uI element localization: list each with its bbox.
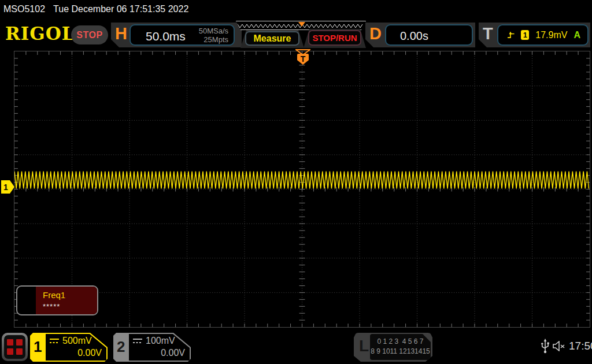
trigger-sweep-mode: A (574, 30, 580, 40)
horizontal-label: H (115, 24, 127, 43)
timebase-box[interactable]: 50.0ms 50MSa/s 25Mpts (130, 24, 235, 46)
dc-coupling-icon (133, 338, 143, 344)
channel1-marker-number: 1 (3, 183, 8, 192)
measurement-name: Freq1 (43, 290, 65, 300)
delay-value: 0.00s (400, 29, 428, 43)
title-bar: MSO5102Tue December 06 17:51:35 2022 (3, 4, 197, 14)
channel1-offset: 0.00V (77, 348, 102, 358)
delay-panel[interactable]: D 0.00s (365, 23, 475, 47)
memory-depth: 25Mpts (199, 35, 228, 44)
channel2-tag[interactable]: 2 100mV 0.00V (113, 333, 191, 362)
dc-coupling-icon (50, 338, 60, 344)
datetime-text: Tue December 06 17:51:35 2022 (53, 4, 188, 14)
oscilloscope-screen: MSO5102Tue December 06 17:51:35 2022 RIG… (0, 0, 592, 364)
delay-box[interactable]: 0.00s (385, 24, 473, 46)
rigol-logo: RIGOL (5, 23, 75, 44)
sample-rate: 50MSa/s (199, 27, 228, 35)
delay-label: D (369, 24, 382, 43)
preview-position-marker-icon[interactable] (298, 22, 305, 27)
stop-run-tab: STOP/RUN (304, 29, 366, 48)
horizontal-panel[interactable]: H 50.0ms 50MSa/s 25Mpts (111, 23, 242, 47)
channel2-scale: 100mV (146, 336, 175, 346)
trigger-box[interactable]: 1 17.9mV A (497, 24, 589, 46)
trigger-source-badge: 1 (521, 30, 529, 40)
channel2-offset: 0.00V (161, 348, 185, 358)
usb-icon (541, 339, 549, 354)
channel1-tag[interactable]: 1 500mV 0.00V (30, 333, 108, 362)
trigger-marker-letter: T (301, 54, 306, 64)
model-name: MSO5102 (3, 4, 45, 14)
graticule (14, 51, 590, 328)
trigger-label: T (483, 24, 493, 43)
run-state-indicator[interactable]: STOP (71, 25, 108, 44)
trigger-position-marker[interactable]: T (295, 49, 310, 67)
rising-edge-icon (508, 31, 515, 40)
system-clock: 17:50 (569, 340, 592, 352)
stop-run-button[interactable]: STOP/RUN (308, 30, 361, 46)
measurement-item-freq1[interactable]: Freq1 ***** (16, 285, 98, 315)
grid-menu-icon (4, 335, 25, 359)
channel2-number: 2 (117, 338, 125, 356)
trigger-panel[interactable]: T 1 17.9mV A (479, 23, 590, 47)
channel1-position-marker[interactable]: 1 (1, 180, 14, 194)
acquisition-info: 50MSa/s 25Mpts (199, 27, 228, 44)
measure-tab: Measure (240, 30, 304, 48)
timebase-value: 50.0ms (146, 29, 186, 43)
trigger-level-value: 17.9mV (535, 30, 567, 40)
sound-muted-icon (553, 341, 567, 351)
logic-channels-box: 0 1 2 3 4 5 6 7 8 9 1011 12131415 (370, 334, 431, 360)
waveform-preview-strip[interactable] (236, 21, 366, 30)
measure-button[interactable]: Measure (245, 31, 299, 46)
grid-and-waveform (14, 51, 590, 327)
channel1-scale: 500mV (62, 336, 92, 346)
run-state-label: STOP (76, 30, 102, 40)
channel1-number: 1 (34, 338, 42, 356)
logic-label: L (359, 337, 369, 355)
logic-row-0-7: 0 1 2 3 4 5 6 7 (370, 337, 431, 346)
measurement-value: ***** (43, 302, 60, 311)
logic-analyzer-tag[interactable]: L 0 1 2 3 4 5 6 7 8 9 1011 12131415 (354, 333, 432, 362)
logic-row-8-15: 8 9 1011 12131415 (370, 347, 431, 355)
menu-button[interactable] (2, 333, 28, 361)
